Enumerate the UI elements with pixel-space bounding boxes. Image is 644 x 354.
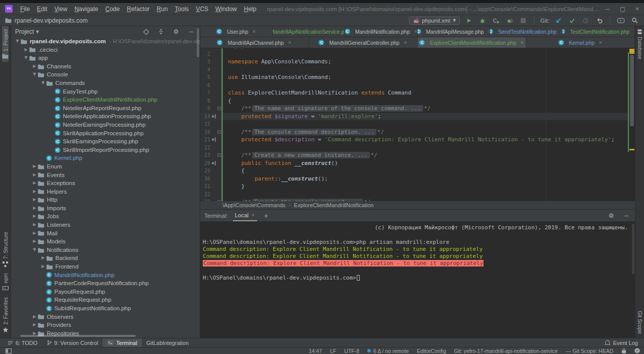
tree-item[interactable]: CSkrillImportReportProcessing.php (11, 146, 200, 154)
tool-strip-button-database[interactable]: Database (637, 26, 643, 62)
tree-item[interactable]: ▶Events (11, 171, 200, 180)
tree-item[interactable]: ▶Imports (11, 204, 200, 213)
collapse-arrow-icon[interactable]: ▼ (31, 246, 38, 254)
expand-arrow-icon[interactable]: ▶ (31, 237, 38, 246)
expand-arrow-icon[interactable]: ▶ (23, 46, 29, 54)
status-item--git-scope-head[interactable]: — Git Scope: HEAD (566, 348, 613, 354)
code-editor[interactable]: 1<?php23namespace App\Console\Commands;4… (200, 48, 635, 201)
locate-file-button[interactable] (141, 27, 150, 36)
editor-tab-exploreclientmandrillnotification[interactable]: CExploreClientMandrillNotification.php✕ (418, 37, 526, 48)
tree-item[interactable]: CSkrillEarningsProcessing.php (11, 137, 200, 146)
close-button[interactable]: × (635, 6, 639, 13)
tree-item[interactable]: CMandrillNotification.php (11, 271, 200, 280)
tree-vertical-scrollbar[interactable] (197, 28, 199, 57)
menu-navigate[interactable]: Navigate (71, 6, 102, 13)
collapse-all-button[interactable] (156, 27, 166, 36)
tool-strip-button-1-project[interactable]: 1: Project (2, 26, 9, 62)
close-icon[interactable]: ✕ (404, 40, 408, 45)
minimize-button[interactable]: ─ (605, 6, 610, 13)
status-item-6-no-remote[interactable]: 6 Δ / no remote (367, 348, 409, 354)
editor-tab-sendtestnotification[interactable]: CSendTestNotification.php✕ (490, 26, 562, 37)
expand-arrow-icon[interactable]: ▶ (31, 196, 38, 204)
editor-tab-mandrillapinotificationservice[interactable]: CMandrillApiNotificationService.php✕ (273, 26, 345, 37)
tree-item[interactable]: ▶Providers (11, 321, 200, 329)
toolwindow-toggle-icon[interactable] (4, 346, 13, 354)
run-button[interactable] (464, 16, 473, 25)
tree-item[interactable]: ▼Notifications (11, 246, 200, 254)
status-item-utf-8[interactable]: UTF-8 (344, 348, 359, 354)
tool-strip-button-git-scope[interactable]: Git Scope (637, 308, 643, 337)
stop-button[interactable] (519, 16, 528, 25)
status-item-14-47[interactable]: 14:47 (309, 348, 322, 354)
terminal-scrollbar[interactable] (632, 224, 634, 274)
breadcrumb-item[interactable]: ExploreClientMandrillNotification (294, 202, 373, 208)
expand-arrow-icon[interactable]: ▶ (31, 212, 38, 221)
tree-item[interactable]: CNetellerApplicationProcessing.php (11, 112, 200, 121)
status-item-git-yefro-17-mandrill-api-noti[interactable]: Git: yefro-17-mandrill-api-notification-… (454, 348, 557, 354)
expand-arrow-icon[interactable]: ▶ (31, 313, 38, 321)
tool-strip-button-7-structure[interactable]: 7: Structure (3, 229, 9, 270)
editor-tab-mandrillapichannel[interactable]: CMandrillApiChannel.php✕ (200, 37, 309, 48)
tree-item[interactable]: ▶Observers (11, 313, 200, 321)
tree-item[interactable]: ▶Jobs (11, 212, 200, 221)
tree-item[interactable]: ▶Helpers (11, 188, 200, 196)
tree-item[interactable]: CExploreClientMandrillNotification.php (11, 96, 200, 104)
tree-item[interactable]: ▼rpanel-dev.vipdeposits.com- H:\OSPanel\… (11, 37, 200, 46)
collapse-arrow-icon[interactable]: ▼ (14, 37, 21, 46)
menu-run[interactable]: Run (153, 6, 171, 13)
menu-tools[interactable]: Tools (171, 6, 192, 13)
tree-horizontal-scrollbar[interactable] (20, 335, 136, 337)
profiler-button[interactable] (505, 16, 514, 25)
close-icon[interactable]: ✕ (414, 29, 418, 34)
maximize-button[interactable]: ▢ (620, 6, 625, 13)
editor-tab-mandrillgeneralcontroller[interactable]: CMandrillGeneralController.php✕ (309, 37, 418, 48)
history-button[interactable] (581, 16, 590, 25)
expand-arrow-icon[interactable]: ▶ (31, 229, 38, 238)
menu-view[interactable]: View (51, 6, 71, 13)
git-commit-button[interactable] (568, 16, 577, 25)
menu-file[interactable]: File (17, 6, 33, 13)
run-configuration-select[interactable]: PU phpunit.xml ▼ (409, 17, 460, 25)
fold-marker-icon[interactable] (217, 200, 221, 201)
breadcrumb-item[interactable]: \App\Console\Commands (222, 202, 285, 208)
run-with-coverage-button[interactable]: C (492, 16, 501, 25)
editor-tab-mandrillapimessage[interactable]: CMandrillApiMessage.php✕ (418, 26, 490, 37)
collapse-arrow-icon[interactable]: ▼ (40, 79, 46, 87)
expand-arrow-icon[interactable]: ▶ (31, 188, 38, 196)
menu-window[interactable]: Window (212, 6, 240, 13)
collapse-arrow-icon[interactable]: ▼ (31, 70, 38, 79)
expand-arrow-icon[interactable]: ▶ (40, 262, 46, 271)
tree-item[interactable]: ▶Listeners (11, 221, 200, 229)
expand-arrow-icon[interactable]: ▶ (31, 62, 38, 71)
terminal-tab-local[interactable]: Local ✕ (233, 210, 257, 221)
project-view-select[interactable]: Project (15, 28, 34, 35)
expand-arrow-icon[interactable]: ▶ (31, 162, 38, 171)
tree-item[interactable]: CKernel.php (11, 154, 200, 162)
tree-item[interactable]: CSubIdRequestNotification.php (11, 304, 200, 313)
settings-gear-icon[interactable]: ⚙ (172, 27, 181, 36)
menu-edit[interactable]: Edit (33, 6, 51, 13)
hide-panel-button[interactable]: ─ (187, 27, 196, 36)
tree-item[interactable]: ▶Mail (11, 229, 200, 238)
tree-item[interactable]: CNetellerApiReportRequest.php (11, 104, 200, 113)
terminal-console[interactable]: (c) Корпорация Майкрософт (Microsoft Cor… (200, 222, 635, 338)
close-icon[interactable]: ✕ (252, 29, 256, 34)
expand-arrow-icon[interactable]: ▶ (31, 204, 38, 213)
new-terminal-session-button[interactable]: + (262, 212, 270, 220)
fold-marker-icon[interactable] (217, 107, 221, 110)
fold-marker-icon[interactable] (217, 130, 221, 134)
close-icon[interactable]: ✕ (288, 40, 292, 45)
tool-window-button-terminal[interactable]: Terminal (103, 338, 142, 347)
editor-tab-user[interactable]: CUser.php✕ (200, 26, 273, 37)
editor-scrollbar[interactable] (628, 48, 635, 201)
editor-tab-testclientnotification[interactable]: CTestClientNotification.php✕ (562, 26, 635, 37)
collapse-arrow-icon[interactable]: ▼ (23, 54, 29, 62)
menu-vcs[interactable]: VCS (192, 6, 212, 13)
tree-item[interactable]: ▶.circleci (11, 46, 200, 54)
tree-item[interactable]: ▶Channels (11, 62, 200, 71)
git-update-button[interactable] (554, 16, 563, 25)
tree-item[interactable]: CPartnerCodeRequestNotification.php (11, 279, 200, 288)
debug-button[interactable] (478, 16, 487, 25)
menu-help[interactable]: Help (240, 6, 260, 13)
status-item-editorconfig[interactable]: EditorConfig (417, 348, 446, 354)
